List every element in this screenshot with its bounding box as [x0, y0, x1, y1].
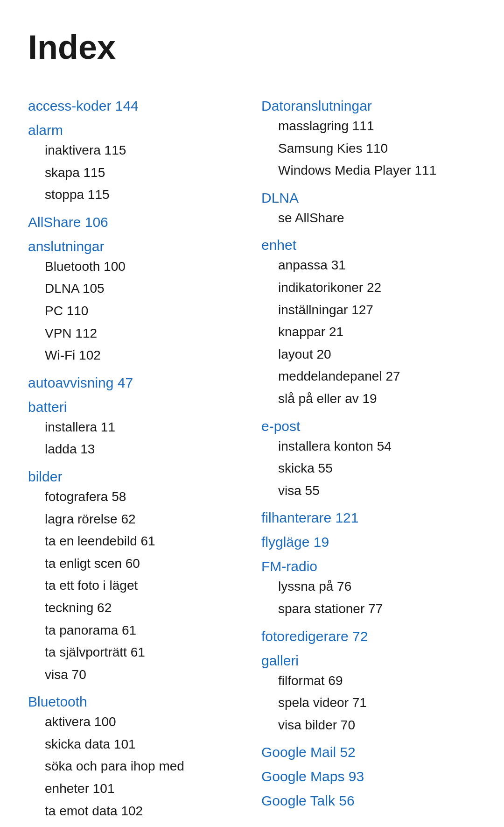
page-title: Index [28, 28, 476, 66]
index-sub-entry: söka och para ihop med [28, 755, 243, 778]
index-sub-entry: ta panorama 61 [28, 619, 243, 642]
index-sub-entry: Samsung Kies 110 [261, 137, 476, 160]
index-term: FM-radio [261, 558, 476, 574]
index-term: Datoranslutningar [261, 98, 476, 114]
index-sub-entry: teckning 62 [28, 597, 243, 619]
index-sub-entry: visa 70 [28, 664, 243, 686]
index-sub-entry: ladda 13 [28, 438, 243, 460]
index-term: Google Talk 56 [261, 793, 476, 809]
index-sub-entry: lyssna på 76 [261, 575, 476, 598]
index-term: flygläge 19 [261, 534, 476, 550]
index-term: bilder [28, 469, 243, 485]
index-sub-entry: aktivera 100 [28, 711, 243, 733]
index-sub-entry: visa bilder 70 [261, 714, 476, 736]
index-sub-entry: anpassa 31 [261, 254, 476, 276]
index-sub-entry: masslagring 111 [261, 115, 476, 137]
right-column: Datoranslutningarmasslagring 111Samsung … [261, 90, 476, 822]
index-sub-entry: ta emot data 102 [28, 800, 243, 822]
index-sub-entry: stoppa 115 [28, 184, 243, 206]
index-sub-entry: meddelandepanel 27 [261, 365, 476, 388]
index-term: AllShare 106 [28, 214, 243, 230]
index-sub-entry: inställningar 127 [261, 299, 476, 321]
index-sub-entry: PC 110 [28, 300, 243, 322]
left-column: access-koder 144alarminaktivera 115skapa… [28, 90, 243, 822]
index-sub-entry: installera 11 [28, 416, 243, 438]
index-term: enhet [261, 237, 476, 253]
index-sub-entry: fotografera 58 [28, 486, 243, 508]
index-term: Google Mail 52 [261, 744, 476, 760]
index-sub-entry: spela videor 71 [261, 692, 476, 714]
index-sub-entry: filformat 69 [261, 670, 476, 692]
index-term: e-post [261, 418, 476, 434]
index-term: alarm [28, 122, 243, 138]
index-sub-entry: visa 55 [261, 480, 476, 502]
index-term: DLNA [261, 190, 476, 206]
index-term: access-koder 144 [28, 98, 243, 114]
index-sub-entry: DLNA 105 [28, 277, 243, 300]
index-term: filhanterare 121 [261, 510, 476, 526]
index-sub-entry: VPN 112 [28, 322, 243, 345]
index-sub-entry: layout 20 [261, 343, 476, 366]
index-term: anslutningar [28, 239, 243, 254]
index-sub-entry: ta enligt scen 60 [28, 552, 243, 575]
index-sub-entry: indikatorikoner 22 [261, 276, 476, 299]
index-sub-entry: Wi-Fi 102 [28, 344, 243, 367]
index-sub-entry: skicka 55 [261, 457, 476, 480]
index-sub-entry: slå på eller av 19 [261, 388, 476, 410]
index-sub-entry: ta självporträtt 61 [28, 641, 243, 664]
index-sub-entry: spara stationer 77 [261, 598, 476, 620]
index-term: Bluetooth [28, 694, 243, 710]
index-sub-entry: Windows Media Player 111 [261, 159, 476, 182]
index-sub-entry: inaktivera 115 [28, 139, 243, 162]
index-term: fotoredigerare 72 [261, 629, 476, 644]
index-sub-entry: installera konton 54 [261, 435, 476, 458]
index-sub-entry: skicka data 101 [28, 733, 243, 756]
index-sub-entry: skapa 115 [28, 162, 243, 184]
index-columns: access-koder 144alarminaktivera 115skapa… [28, 90, 476, 822]
index-term: galleri [261, 653, 476, 669]
index-sub-entry: ta en leendebild 61 [28, 530, 243, 552]
index-sub-entry: enheter 101 [28, 778, 243, 800]
index-term: Google Maps 93 [261, 769, 476, 785]
index-term: autoavvisning 47 [28, 375, 243, 391]
index-sub-entry: se AllShare [261, 207, 476, 229]
index-sub-entry: lagra rörelse 62 [28, 508, 243, 530]
index-term: batteri [28, 399, 243, 415]
index-sub-entry: ta ett foto i läget [28, 574, 243, 597]
index-sub-entry: Bluetooth 100 [28, 255, 243, 278]
index-sub-entry: knappar 21 [261, 321, 476, 343]
